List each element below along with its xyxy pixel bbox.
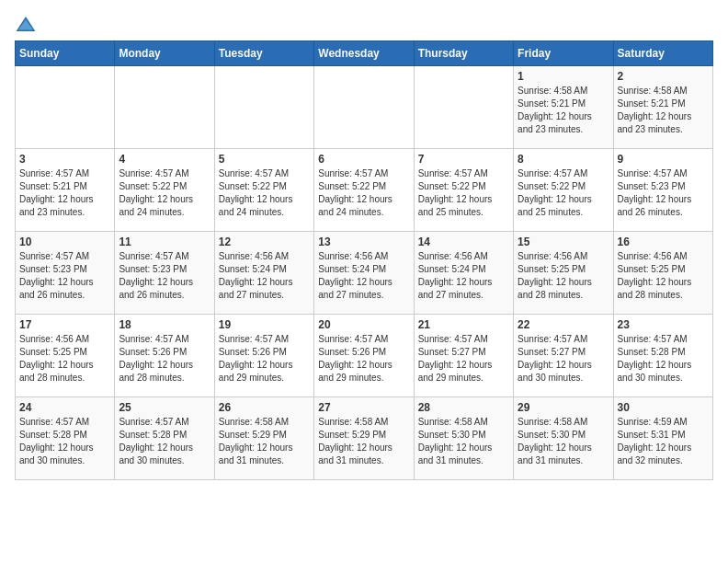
calendar-day-cell: [115, 66, 214, 149]
day-number: 14: [418, 236, 509, 248]
calendar-week-row: 10Sunrise: 4:57 AM Sunset: 5:23 PM Dayli…: [16, 232, 713, 315]
day-info: Sunrise: 4:57 AM Sunset: 5:27 PM Dayligh…: [518, 333, 609, 385]
calendar-week-row: 17Sunrise: 4:56 AM Sunset: 5:25 PM Dayli…: [16, 315, 713, 397]
day-number: 26: [219, 401, 310, 414]
calendar-day-cell: [214, 66, 313, 149]
calendar-day-cell: 11Sunrise: 4:57 AM Sunset: 5:23 PM Dayli…: [115, 232, 214, 315]
day-number: 6: [318, 153, 409, 166]
day-number: 19: [219, 318, 310, 331]
calendar-week-row: 1Sunrise: 4:58 AM Sunset: 5:21 PM Daylig…: [16, 66, 713, 149]
calendar-day-cell: 27Sunrise: 4:58 AM Sunset: 5:29 PM Dayli…: [314, 397, 414, 480]
day-number: 10: [19, 236, 110, 248]
day-info: Sunrise: 4:57 AM Sunset: 5:27 PM Dayligh…: [418, 333, 509, 385]
day-of-week-header: Thursday: [414, 41, 513, 66]
calendar-day-cell: 2Sunrise: 4:58 AM Sunset: 5:21 PM Daylig…: [613, 66, 712, 149]
calendar-week-row: 3Sunrise: 4:57 AM Sunset: 5:21 PM Daylig…: [16, 149, 713, 232]
day-of-week-header: Friday: [514, 41, 613, 66]
day-info: Sunrise: 4:57 AM Sunset: 5:28 PM Dayligh…: [618, 333, 709, 385]
day-info: Sunrise: 4:57 AM Sunset: 5:22 PM Dayligh…: [418, 167, 509, 219]
day-info: Sunrise: 4:57 AM Sunset: 5:23 PM Dayligh…: [618, 167, 709, 219]
day-info: Sunrise: 4:56 AM Sunset: 5:24 PM Dayligh…: [318, 250, 409, 302]
calendar-day-cell: [414, 66, 513, 149]
day-number: 9: [618, 153, 709, 166]
day-info: Sunrise: 4:57 AM Sunset: 5:22 PM Dayligh…: [119, 167, 210, 219]
day-number: 27: [318, 401, 409, 414]
calendar-day-cell: 21Sunrise: 4:57 AM Sunset: 5:27 PM Dayli…: [414, 315, 513, 397]
day-info: Sunrise: 4:58 AM Sunset: 5:29 PM Dayligh…: [318, 416, 409, 467]
day-number: 25: [119, 401, 210, 414]
day-info: Sunrise: 4:59 AM Sunset: 5:31 PM Dayligh…: [618, 416, 709, 467]
day-number: 17: [19, 318, 110, 331]
day-number: 22: [518, 318, 609, 331]
calendar-header-row: SundayMondayTuesdayWednesdayThursdayFrid…: [16, 41, 713, 66]
day-info: Sunrise: 4:57 AM Sunset: 5:23 PM Dayligh…: [119, 250, 210, 302]
calendar-day-cell: 26Sunrise: 4:58 AM Sunset: 5:29 PM Dayli…: [214, 397, 313, 480]
day-number: 30: [618, 401, 709, 414]
day-of-week-header: Saturday: [613, 41, 712, 66]
day-number: 8: [518, 153, 609, 166]
logo-icon: [15, 15, 37, 33]
day-info: Sunrise: 4:56 AM Sunset: 5:25 PM Dayligh…: [19, 333, 110, 385]
calendar-day-cell: 10Sunrise: 4:57 AM Sunset: 5:23 PM Dayli…: [16, 232, 115, 315]
day-info: Sunrise: 4:56 AM Sunset: 5:25 PM Dayligh…: [518, 250, 609, 302]
calendar-day-cell: 28Sunrise: 4:58 AM Sunset: 5:30 PM Dayli…: [414, 397, 513, 480]
calendar-day-cell: 14Sunrise: 4:56 AM Sunset: 5:24 PM Dayli…: [414, 232, 513, 315]
day-info: Sunrise: 4:56 AM Sunset: 5:24 PM Dayligh…: [418, 250, 509, 302]
day-number: 21: [418, 318, 509, 331]
calendar-table: SundayMondayTuesdayWednesdayThursdayFrid…: [15, 40, 713, 480]
calendar-day-cell: 1Sunrise: 4:58 AM Sunset: 5:21 PM Daylig…: [514, 66, 613, 149]
day-number: 2: [618, 70, 709, 83]
day-number: 24: [19, 401, 110, 414]
day-number: 7: [418, 153, 509, 166]
day-number: 3: [19, 153, 110, 166]
calendar-day-cell: 29Sunrise: 4:58 AM Sunset: 5:30 PM Dayli…: [514, 397, 613, 480]
day-of-week-header: Wednesday: [314, 41, 414, 66]
day-number: 18: [119, 318, 210, 331]
day-number: 13: [318, 236, 409, 248]
calendar-week-row: 24Sunrise: 4:57 AM Sunset: 5:28 PM Dayli…: [16, 397, 713, 480]
day-number: 20: [318, 318, 409, 331]
calendar-day-cell: 8Sunrise: 4:57 AM Sunset: 5:22 PM Daylig…: [514, 149, 613, 232]
calendar-day-cell: [16, 66, 115, 149]
day-info: Sunrise: 4:58 AM Sunset: 5:21 PM Dayligh…: [518, 85, 609, 136]
day-info: Sunrise: 4:57 AM Sunset: 5:28 PM Dayligh…: [119, 416, 210, 467]
logo: [15, 15, 40, 33]
calendar-day-cell: 23Sunrise: 4:57 AM Sunset: 5:28 PM Dayli…: [613, 315, 712, 397]
calendar-day-cell: [314, 66, 414, 149]
day-number: 1: [518, 70, 609, 83]
day-number: 5: [219, 153, 310, 166]
day-info: Sunrise: 4:57 AM Sunset: 5:26 PM Dayligh…: [119, 333, 210, 385]
calendar-day-cell: 20Sunrise: 4:57 AM Sunset: 5:26 PM Dayli…: [314, 315, 414, 397]
day-number: 29: [518, 401, 609, 414]
calendar-day-cell: 18Sunrise: 4:57 AM Sunset: 5:26 PM Dayli…: [115, 315, 214, 397]
calendar-day-cell: 12Sunrise: 4:56 AM Sunset: 5:24 PM Dayli…: [214, 232, 313, 315]
day-info: Sunrise: 4:58 AM Sunset: 5:30 PM Dayligh…: [418, 416, 509, 467]
calendar-day-cell: 5Sunrise: 4:57 AM Sunset: 5:22 PM Daylig…: [214, 149, 313, 232]
calendar-day-cell: 7Sunrise: 4:57 AM Sunset: 5:22 PM Daylig…: [414, 149, 513, 232]
day-of-week-header: Monday: [115, 41, 214, 66]
day-number: 11: [119, 236, 210, 248]
day-info: Sunrise: 4:57 AM Sunset: 5:22 PM Dayligh…: [518, 167, 609, 219]
calendar-day-cell: 30Sunrise: 4:59 AM Sunset: 5:31 PM Dayli…: [613, 397, 712, 480]
day-number: 23: [618, 318, 709, 331]
day-number: 28: [418, 401, 509, 414]
calendar-day-cell: 9Sunrise: 4:57 AM Sunset: 5:23 PM Daylig…: [613, 149, 712, 232]
calendar-day-cell: 3Sunrise: 4:57 AM Sunset: 5:21 PM Daylig…: [16, 149, 115, 232]
day-info: Sunrise: 4:57 AM Sunset: 5:26 PM Dayligh…: [318, 333, 409, 385]
day-number: 15: [518, 236, 609, 248]
day-info: Sunrise: 4:57 AM Sunset: 5:21 PM Dayligh…: [19, 167, 110, 219]
calendar-day-cell: 17Sunrise: 4:56 AM Sunset: 5:25 PM Dayli…: [16, 315, 115, 397]
calendar-day-cell: 16Sunrise: 4:56 AM Sunset: 5:25 PM Dayli…: [613, 232, 712, 315]
day-number: 16: [618, 236, 709, 248]
day-info: Sunrise: 4:57 AM Sunset: 5:28 PM Dayligh…: [19, 416, 110, 467]
calendar-day-cell: 22Sunrise: 4:57 AM Sunset: 5:27 PM Dayli…: [514, 315, 613, 397]
calendar-day-cell: 19Sunrise: 4:57 AM Sunset: 5:26 PM Dayli…: [214, 315, 313, 397]
day-info: Sunrise: 4:58 AM Sunset: 5:30 PM Dayligh…: [518, 416, 609, 467]
calendar-day-cell: 25Sunrise: 4:57 AM Sunset: 5:28 PM Dayli…: [115, 397, 214, 480]
calendar-day-cell: 15Sunrise: 4:56 AM Sunset: 5:25 PM Dayli…: [514, 232, 613, 315]
day-number: 12: [219, 236, 310, 248]
calendar-day-cell: 24Sunrise: 4:57 AM Sunset: 5:28 PM Dayli…: [16, 397, 115, 480]
day-of-week-header: Tuesday: [214, 41, 313, 66]
day-info: Sunrise: 4:58 AM Sunset: 5:29 PM Dayligh…: [219, 416, 310, 467]
day-info: Sunrise: 4:58 AM Sunset: 5:21 PM Dayligh…: [618, 85, 709, 136]
